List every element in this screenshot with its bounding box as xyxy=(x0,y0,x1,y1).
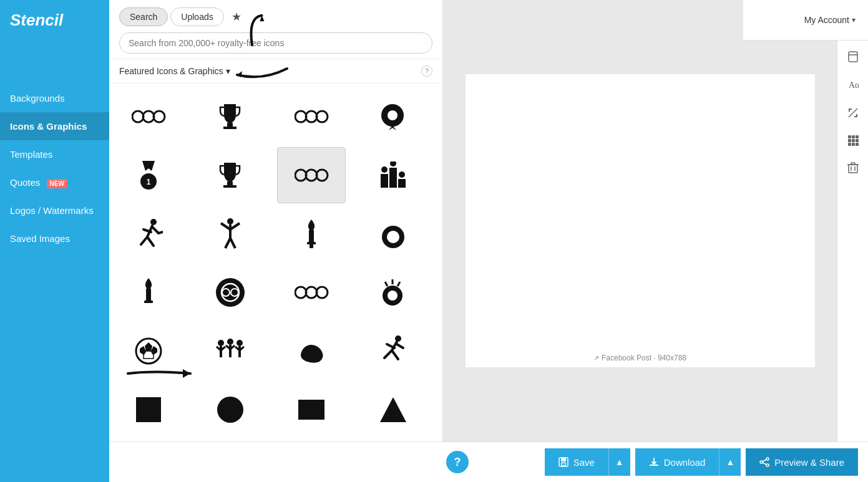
svg-point-14 xyxy=(295,170,306,181)
share-icon xyxy=(759,457,769,467)
download-button[interactable]: Download xyxy=(635,448,719,476)
icon-olympic-rings-selected[interactable] xyxy=(277,147,346,203)
bottom-bar: ? Save ▲ Download ▲ Preview & Share xyxy=(109,441,868,482)
help-button[interactable]: ? xyxy=(446,451,469,473)
svg-point-56 xyxy=(237,340,243,346)
svg-rect-13 xyxy=(223,185,237,188)
icon-olympic-rings-3[interactable] xyxy=(277,264,346,321)
grid-icon[interactable] xyxy=(847,135,859,149)
filter-dropdown[interactable]: Featured Icons & Graphics ▾ xyxy=(119,66,230,76)
svg-rect-84 xyxy=(849,165,857,173)
svg-rect-76 xyxy=(852,135,855,138)
download-btn-group: Download ▲ xyxy=(635,448,741,476)
panel-tabs: Search Uploads ★ xyxy=(119,7,432,26)
sidebar-item-backgrounds[interactable]: Backgrounds xyxy=(0,84,109,112)
icon-olympic-rings-2[interactable] xyxy=(277,89,346,145)
icon-podium[interactable] xyxy=(359,147,427,203)
save-btn-group: Save ▲ xyxy=(545,448,630,476)
sidebar-item-logos-watermarks[interactable]: Logos / Watermarks xyxy=(0,196,109,224)
svg-line-48 xyxy=(397,282,400,286)
download-dropdown-button[interactable]: ▲ xyxy=(719,448,741,476)
layout-icon[interactable] xyxy=(847,51,859,66)
search-input[interactable] xyxy=(119,32,432,54)
icon-grid-container[interactable]: 1 xyxy=(109,84,442,482)
tab-search[interactable]: Search xyxy=(119,7,168,26)
icon-medal-shine[interactable] xyxy=(359,264,427,321)
svg-rect-83 xyxy=(856,143,859,146)
svg-line-27 xyxy=(230,223,240,229)
icon-olympic-rings-1[interactable] xyxy=(114,89,183,145)
canvas-area: ↗ Facebook Post · 940x788 xyxy=(443,0,837,441)
svg-point-94 xyxy=(766,464,769,466)
icon-circle-black[interactable] xyxy=(196,382,265,438)
svg-point-92 xyxy=(766,458,769,460)
text-icon[interactable]: Aα xyxy=(847,79,859,94)
icon-medal-2[interactable] xyxy=(359,206,427,262)
preview-share-button[interactable]: Preview & Share xyxy=(746,448,858,476)
icon-trophy-2[interactable] xyxy=(196,147,265,203)
icon-trophy-1[interactable] xyxy=(196,89,265,145)
svg-rect-80 xyxy=(856,139,859,142)
icon-torch-2[interactable] xyxy=(114,264,183,321)
svg-rect-81 xyxy=(848,143,851,146)
icon-triangle-black[interactable] xyxy=(359,382,427,438)
svg-rect-71 xyxy=(849,52,857,62)
icon-muscle[interactable] xyxy=(277,323,346,379)
sidebar-item-saved-images[interactable]: Saved Images xyxy=(0,224,109,253)
icon-medal-1[interactable]: 1 xyxy=(114,147,183,203)
icon-torch[interactable] xyxy=(277,206,346,262)
save-button[interactable]: Save xyxy=(545,448,608,476)
icon-square-black[interactable] xyxy=(114,382,183,438)
sidebar: Stencil Backgrounds Icons & Graphics Tem… xyxy=(0,0,109,482)
icon-crowd[interactable] xyxy=(196,323,265,379)
chevron-down-icon: ▾ xyxy=(852,16,856,24)
svg-rect-3 xyxy=(227,123,233,127)
svg-text:Aα: Aα xyxy=(849,80,859,90)
icon-person-raised[interactable] xyxy=(196,206,265,262)
svg-line-74 xyxy=(849,108,857,117)
svg-point-6 xyxy=(306,111,317,122)
svg-marker-50 xyxy=(145,342,152,351)
resize-icon: ↗ xyxy=(593,354,599,362)
sidebar-item-icons-graphics[interactable]: Icons & Graphics xyxy=(0,112,109,140)
save-dropdown-button[interactable]: ▲ xyxy=(608,448,630,476)
svg-rect-77 xyxy=(856,135,859,138)
svg-point-20 xyxy=(381,166,388,173)
svg-point-24 xyxy=(227,218,233,224)
svg-rect-19 xyxy=(398,179,406,188)
tab-uploads[interactable]: Uploads xyxy=(170,7,223,26)
svg-rect-82 xyxy=(852,143,855,146)
icon-runner[interactable] xyxy=(114,206,183,262)
icon-olympic-circle[interactable] xyxy=(196,264,265,321)
svg-rect-79 xyxy=(852,139,855,142)
svg-rect-35 xyxy=(146,288,151,302)
icon-pin-circle[interactable] xyxy=(359,89,427,145)
help-icon[interactable]: ? xyxy=(421,65,432,77)
svg-marker-53 xyxy=(144,351,154,359)
svg-rect-12 xyxy=(227,181,233,185)
svg-rect-90 xyxy=(561,458,566,461)
favorites-star-icon[interactable]: ★ xyxy=(232,10,241,24)
svg-rect-36 xyxy=(144,301,153,303)
svg-point-21 xyxy=(390,161,396,166)
svg-point-23 xyxy=(150,219,157,225)
svg-point-55 xyxy=(227,339,233,345)
resize-icon[interactable] xyxy=(847,107,859,122)
svg-point-7 xyxy=(316,111,328,122)
filter-label: Featured Icons & Graphics xyxy=(119,66,223,76)
icon-kicker[interactable] xyxy=(359,323,427,379)
panel-header: Search Uploads ★ xyxy=(109,0,442,59)
my-account-menu[interactable]: My Account ▾ xyxy=(804,15,856,25)
svg-marker-70 xyxy=(380,397,406,422)
sidebar-item-templates[interactable]: Templates xyxy=(0,140,109,168)
svg-rect-32 xyxy=(310,244,313,248)
icon-soccer[interactable] xyxy=(114,323,183,379)
trash-icon[interactable] xyxy=(847,161,859,177)
my-account-label: My Account xyxy=(804,15,849,25)
svg-line-28 xyxy=(225,238,230,248)
canvas[interactable] xyxy=(466,74,815,367)
sidebar-item-quotes[interactable]: Quotes NEW xyxy=(0,168,109,196)
svg-point-42 xyxy=(306,287,317,298)
svg-line-29 xyxy=(230,238,235,248)
icon-rect-black[interactable] xyxy=(277,382,346,438)
